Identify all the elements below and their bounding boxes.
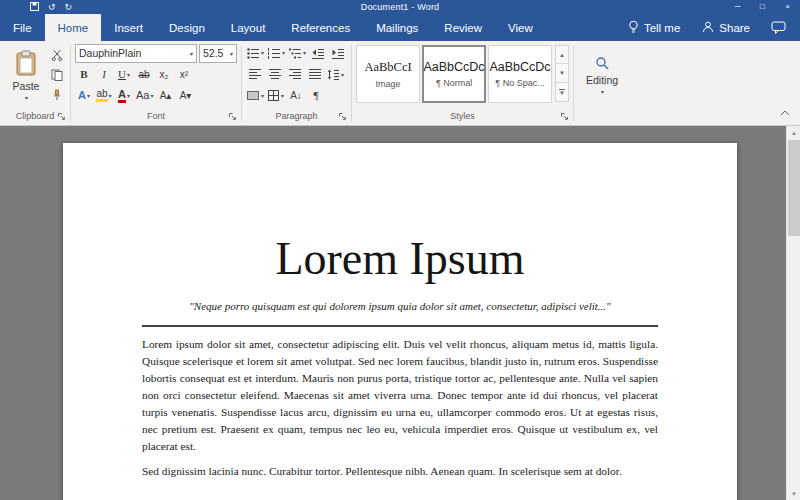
window-title: Document1 - Word bbox=[0, 2, 800, 12]
copy-button[interactable] bbox=[48, 66, 66, 84]
gallery-scroll-down-icon[interactable]: ▼ bbox=[555, 64, 569, 83]
word-app-window: ↺ ↻ Document1 - Word ─ □ × File Home Ins… bbox=[0, 0, 800, 500]
scroll-down-icon[interactable]: ▼ bbox=[787, 487, 800, 500]
format-painter-button[interactable] bbox=[48, 86, 66, 104]
strikethrough-button[interactable]: ab bbox=[135, 65, 153, 84]
font-name-value: DauphinPlain bbox=[79, 47, 187, 59]
cut-button[interactable] bbox=[48, 46, 66, 64]
tab-insert[interactable]: Insert bbox=[101, 14, 156, 41]
line-spacing-button[interactable]: ▾ bbox=[326, 65, 345, 84]
font-group: DauphinPlain ▾ 52.5 ▾ B I U▾ ab x₂ x² bbox=[71, 41, 241, 125]
paragraph-group: ▾ ▾ ▾ ▾ ▾ ▾ A↓ ¶ bbox=[242, 41, 351, 125]
grow-font-button[interactable]: A▴ bbox=[156, 86, 174, 105]
gallery-scroll-up-icon[interactable]: ▲ bbox=[555, 45, 569, 64]
document-canvas[interactable]: Lorem Ipsum "Neque porro quisquam est qu… bbox=[0, 126, 800, 500]
tab-view[interactable]: View bbox=[495, 14, 546, 41]
window-controls: ─ □ × bbox=[725, 0, 800, 14]
share-button[interactable]: Share bbox=[691, 21, 761, 35]
scroll-up-icon[interactable]: ▲ bbox=[787, 126, 800, 139]
tab-mailings[interactable]: Mailings bbox=[363, 14, 431, 41]
shading-button[interactable]: ▾ bbox=[246, 86, 265, 105]
align-left-button[interactable] bbox=[246, 65, 264, 84]
paragraph-group-label: Paragraph bbox=[276, 111, 318, 121]
vertical-scrollbar[interactable]: ▲ ▼ bbox=[786, 126, 800, 500]
clipboard-dialog-launcher[interactable] bbox=[57, 112, 66, 125]
document-title: Lorem Ipsum bbox=[142, 233, 658, 285]
minimize-button[interactable]: ─ bbox=[725, 0, 750, 14]
chevron-down-icon: ▾ bbox=[25, 94, 28, 101]
style-name: ¶ No Spac... bbox=[495, 78, 544, 88]
titlebar: ↺ ↻ Document1 - Word ─ □ × bbox=[0, 0, 800, 14]
clipboard-group-label: Clipboard bbox=[16, 111, 55, 121]
horizontal-rule bbox=[142, 325, 658, 327]
document-paragraph-1: Lorem ipsum dolor sit amet, consectetur … bbox=[142, 336, 658, 455]
scrollbar-thumb[interactable] bbox=[788, 140, 800, 236]
ribbon-tab-bar: File Home Insert Design Layout Reference… bbox=[0, 14, 800, 41]
styles-group-label: Styles bbox=[450, 111, 475, 121]
close-button[interactable]: × bbox=[775, 0, 800, 14]
style-card-image[interactable]: AaBbCcI Image bbox=[356, 45, 420, 103]
editing-group: Editing ▾ bbox=[574, 41, 630, 125]
justify-button[interactable] bbox=[306, 65, 324, 84]
styles-group: AaBbCcI Image AaBbCcDc ¶ Normal AaBbCcDc… bbox=[352, 41, 573, 125]
share-label: Share bbox=[719, 22, 750, 34]
clipboard-icon bbox=[15, 50, 37, 78]
bold-button[interactable]: B bbox=[75, 65, 93, 84]
subscript-button[interactable]: x₂ bbox=[155, 65, 173, 84]
align-center-button[interactable] bbox=[266, 65, 284, 84]
font-dialog-launcher[interactable] bbox=[228, 112, 237, 125]
superscript-button[interactable]: x² bbox=[175, 65, 193, 84]
maximize-button[interactable]: □ bbox=[750, 0, 775, 14]
document-paragraph-2: Sed dignissim lacinia nunc. Curabitur to… bbox=[142, 463, 658, 480]
borders-button[interactable]: ▾ bbox=[267, 86, 285, 105]
tell-me-label: Tell me bbox=[644, 22, 680, 34]
collapse-ribbon-button[interactable] bbox=[780, 102, 790, 120]
style-preview: AaBbCcDc bbox=[489, 60, 550, 74]
align-right-button[interactable] bbox=[286, 65, 304, 84]
tab-design[interactable]: Design bbox=[156, 14, 218, 41]
bullets-button[interactable]: ▾ bbox=[246, 44, 265, 63]
ribbon: Paste ▾ Clipboard DauphinPlain bbox=[0, 41, 800, 126]
comments-icon[interactable] bbox=[761, 21, 796, 34]
text-highlight-button[interactable]: ab▾ bbox=[95, 86, 113, 105]
font-group-label: Font bbox=[147, 111, 165, 121]
sort-button[interactable]: A↓ bbox=[287, 86, 305, 105]
shrink-font-button[interactable]: A▾ bbox=[176, 86, 194, 105]
editing-button[interactable]: Editing ▾ bbox=[578, 43, 626, 107]
gallery-more-icon[interactable]: ▼ bbox=[555, 83, 569, 102]
text-effects-button[interactable]: A▾ bbox=[75, 86, 93, 105]
magnifier-icon bbox=[595, 56, 609, 72]
style-gallery-scroll: ▲ ▼ ▼ bbox=[555, 45, 569, 102]
font-size-combo[interactable]: 52.5 ▾ bbox=[199, 44, 237, 63]
style-preview: AaBbCcI bbox=[364, 60, 411, 75]
paragraph-dialog-launcher[interactable] bbox=[338, 112, 347, 125]
style-name: ¶ Normal bbox=[436, 78, 472, 88]
document-page[interactable]: Lorem Ipsum "Neque porro quisquam est qu… bbox=[63, 143, 737, 500]
editing-label: Editing bbox=[586, 74, 618, 86]
font-size-value: 52.5 bbox=[203, 47, 227, 59]
styles-dialog-launcher[interactable] bbox=[560, 112, 569, 125]
style-card-no-spacing[interactable]: AaBbCcDc ¶ No Spac... bbox=[488, 45, 552, 103]
font-color-button[interactable]: A▾ bbox=[115, 86, 133, 105]
paste-button[interactable]: Paste ▾ bbox=[4, 43, 48, 107]
style-preview: AaBbCcDc bbox=[423, 60, 484, 74]
clipboard-group: Paste ▾ Clipboard bbox=[0, 41, 70, 125]
tab-review[interactable]: Review bbox=[431, 14, 495, 41]
tab-references[interactable]: References bbox=[278, 14, 363, 41]
chevron-down-icon: ▾ bbox=[601, 88, 604, 95]
tab-layout[interactable]: Layout bbox=[218, 14, 279, 41]
chevron-down-icon: ▾ bbox=[190, 50, 193, 57]
italic-button[interactable]: I bbox=[95, 65, 113, 84]
tab-file[interactable]: File bbox=[0, 14, 45, 41]
tell-me-button[interactable]: Tell me bbox=[617, 20, 691, 36]
show-formatting-marks-button[interactable]: ¶ bbox=[307, 86, 325, 105]
multilevel-list-button[interactable]: ▾ bbox=[288, 44, 307, 63]
decrease-indent-button[interactable] bbox=[309, 44, 327, 63]
change-case-button[interactable]: Aa▾ bbox=[135, 86, 154, 105]
underline-button[interactable]: U▾ bbox=[115, 65, 133, 84]
style-card-normal[interactable]: AaBbCcDc ¶ Normal bbox=[422, 45, 486, 103]
increase-indent-button[interactable] bbox=[329, 44, 347, 63]
numbering-button[interactable]: ▾ bbox=[267, 44, 286, 63]
tab-home[interactable]: Home bbox=[45, 14, 102, 41]
font-name-combo[interactable]: DauphinPlain ▾ bbox=[75, 44, 197, 63]
